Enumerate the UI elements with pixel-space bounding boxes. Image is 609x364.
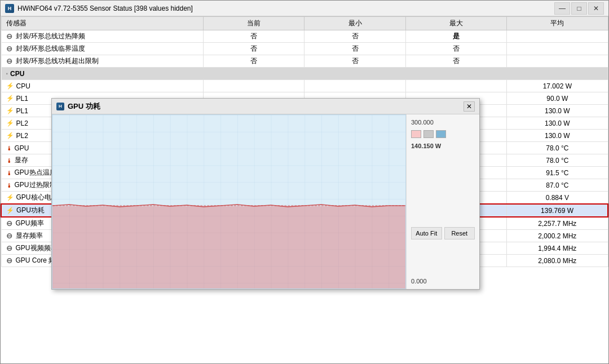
popup-right-panel: 300.000 140.150 W Auto Fit Reset 0.000 [406, 114, 479, 289]
max-val: 否 [405, 55, 506, 68]
minus-icon: ⊖ [6, 244, 12, 252]
temp-icon: 🌡 [6, 145, 12, 152]
popup-title: GPU 功耗 [68, 101, 460, 112]
table-row: ⊖ 封装/环形总线功耗超出限制 否 否 否 [1, 55, 608, 68]
lightning-icon: ⚡ [6, 132, 14, 139]
avg-val: 17.002 W [507, 80, 608, 92]
avg-val: 78.0 °C [507, 154, 608, 167]
col-sensor: 传感器 [1, 17, 204, 30]
lightning-icon: ⚡ [6, 82, 14, 90]
table-row: ⊖ 封装/环形总线临界温度 否 否 否 [1, 43, 608, 55]
avg-val: 2,000.2 MHz [507, 230, 608, 242]
minus-icon: ⊖ [6, 232, 12, 240]
avg-val [507, 55, 608, 68]
avg-val: 130.0 W [507, 105, 608, 117]
col-current: 当前 [204, 17, 304, 30]
cpu-icon: ▪ [6, 70, 8, 77]
gpu-power-popup: H GPU 功耗 ✕ [51, 98, 480, 290]
avg-val: 0.884 V [507, 192, 608, 205]
avg-val: 1,994.4 MHz [507, 242, 608, 255]
lightning-icon: ⚡ [6, 107, 14, 114]
table-row: ⊖ 封装/环形总线过热降频 否 否 是 [1, 30, 608, 43]
current-val: 否 [204, 55, 304, 68]
lightning-icon: ⚡ [6, 207, 14, 214]
current-val [204, 80, 304, 92]
minus-icon: ⊖ [6, 256, 12, 265]
table-row: ⚡ CPU 17.002 W [1, 80, 608, 92]
avg-val: 139.769 W [507, 204, 608, 217]
close-button[interactable]: ✕ [588, 2, 604, 15]
reset-button[interactable]: Reset [444, 227, 475, 239]
sensor-name: ⊖ 封装/环形总线临界温度 [1, 43, 204, 55]
maximize-button[interactable]: □ [571, 2, 587, 15]
auto-fit-button[interactable]: Auto Fit [411, 227, 442, 239]
y-zero-label: 0.000 [411, 278, 475, 285]
y-mid-label: 140.150 W [411, 143, 475, 149]
max-val: 否 [405, 43, 506, 55]
min-val: 否 [304, 43, 405, 55]
temp-icon: 🌡 [6, 170, 12, 176]
section-header-cpu: ▪ CPU [1, 68, 608, 80]
avg-val: 91.5 °C [507, 167, 608, 179]
avg-val: 90.0 W [507, 92, 608, 105]
avg-val: 78.0 °C [507, 142, 608, 154]
lightning-icon: ⚡ [6, 194, 14, 201]
minimize-button[interactable]: — [554, 2, 570, 15]
lightning-icon: ⚡ [6, 95, 14, 102]
y-max-label: 300.000 [411, 119, 475, 126]
col-max: 最大 [405, 17, 506, 30]
minus-icon: ⊖ [6, 219, 12, 228]
window-controls: — □ ✕ [554, 2, 604, 15]
temp-icon: 🌡 [6, 182, 12, 189]
min-val: 否 [304, 55, 405, 68]
min-val: 否 [304, 30, 405, 43]
app-icon: H [5, 4, 14, 13]
current-val: 否 [204, 30, 304, 43]
temp-icon: 🌡 [6, 157, 12, 164]
sensor-name: ⊖ 封装/环形总线功耗超出限制 [1, 55, 204, 68]
swatch-blue[interactable] [436, 130, 446, 138]
popup-close-button[interactable]: ✕ [464, 101, 475, 112]
avg-val: 130.0 W [507, 117, 608, 130]
avg-val: 2,080.0 MHz [507, 255, 608, 267]
popup-body: 300.000 140.150 W Auto Fit Reset 0.000 [52, 114, 479, 289]
minus-icon: ⊖ [6, 57, 12, 65]
lightning-icon: ⚡ [6, 119, 14, 127]
avg-val: 87.0 °C [507, 179, 608, 192]
avg-val: 2,257.7 MHz [507, 217, 608, 230]
avg-val: 130.0 W [507, 130, 608, 142]
popup-action-buttons: Auto Fit Reset [411, 227, 475, 239]
avg-val [507, 43, 608, 55]
sensor-name: ⊖ 封装/环形总线过热降频 [1, 30, 204, 43]
svg-rect-2 [52, 206, 405, 288]
sensor-name: ⚡ CPU [1, 80, 204, 92]
color-swatches [411, 130, 475, 138]
chart-svg [52, 115, 405, 288]
min-val [304, 80, 405, 92]
table-header-row: 传感器 当前 最小 最大 平均 [1, 17, 608, 30]
section-label: ▪ CPU [1, 68, 608, 80]
main-window: H HWiNFO64 v7.72-5355 Sensor Status [398… [0, 0, 609, 364]
swatch-gray[interactable] [423, 130, 434, 138]
chart-area [52, 114, 406, 289]
max-val [405, 80, 506, 92]
window-title: HWiNFO64 v7.72-5355 Sensor Status [398 v… [17, 5, 551, 12]
current-val: 否 [204, 43, 304, 55]
minus-icon: ⊖ [6, 45, 12, 53]
avg-val [507, 30, 608, 43]
minus-icon: ⊖ [6, 32, 12, 41]
col-min: 最小 [304, 17, 405, 30]
swatch-pink[interactable] [411, 130, 421, 138]
col-avg: 平均 [507, 17, 608, 30]
content-area: 传感器 当前 最小 最大 平均 ⊖ 封装/环形总线过热降频 否 [1, 16, 608, 363]
max-val: 是 [405, 30, 506, 43]
popup-title-bar: H GPU 功耗 ✕ [52, 99, 479, 114]
title-bar: H HWiNFO64 v7.72-5355 Sensor Status [398… [1, 1, 608, 16]
popup-icon: H [56, 103, 64, 110]
